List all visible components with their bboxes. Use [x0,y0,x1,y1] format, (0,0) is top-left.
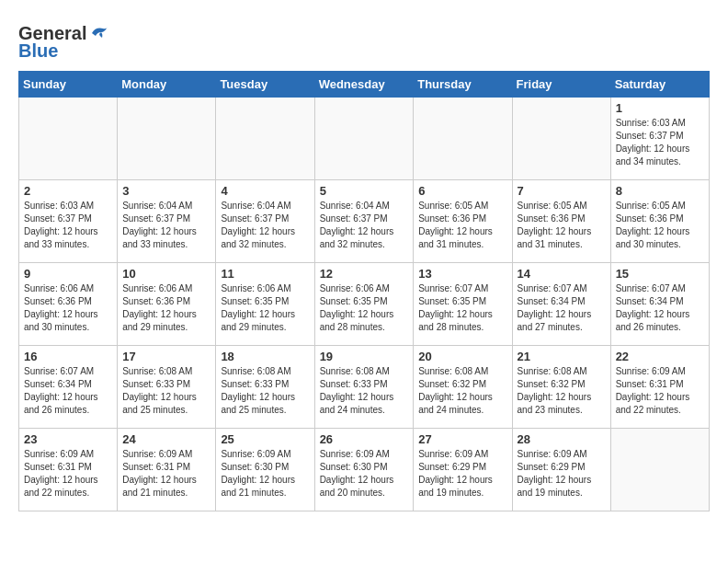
day-info: Sunrise: 6:08 AM Sunset: 6:33 PM Dayligh… [122,365,210,417]
weekday-header-thursday: Thursday [414,72,512,98]
day-number: 3 [122,184,210,198]
calendar-cell: 19Sunrise: 6:08 AM Sunset: 6:33 PM Dayli… [314,346,414,429]
page-header: General Blue [18,18,710,62]
day-info: Sunrise: 6:06 AM Sunset: 6:35 PM Dayligh… [221,282,309,334]
day-info: Sunrise: 6:07 AM Sunset: 6:34 PM Dayligh… [616,282,704,334]
calendar-cell: 4Sunrise: 6:04 AM Sunset: 6:37 PM Daylig… [216,180,314,263]
day-number: 11 [221,267,309,281]
calendar-cell: 12Sunrise: 6:06 AM Sunset: 6:35 PM Dayli… [314,263,414,346]
calendar-cell: 14Sunrise: 6:07 AM Sunset: 6:34 PM Dayli… [512,263,610,346]
day-number: 20 [418,350,506,363]
day-number: 25 [221,432,309,446]
calendar-cell: 1Sunrise: 6:03 AM Sunset: 6:37 PM Daylig… [610,98,709,180]
day-info: Sunrise: 6:04 AM Sunset: 6:37 PM Dayligh… [221,200,309,251]
weekday-header-wednesday: Wednesday [314,72,414,98]
weekday-header-saturday: Saturday [610,72,709,98]
day-info: Sunrise: 6:08 AM Sunset: 6:33 PM Dayligh… [320,365,409,417]
day-info: Sunrise: 6:07 AM Sunset: 6:34 PM Dayligh… [24,365,112,417]
day-info: Sunrise: 6:05 AM Sunset: 6:36 PM Dayligh… [418,200,506,251]
calendar-cell [414,98,512,180]
calendar-cell [118,98,216,180]
calendar-cell: 8Sunrise: 6:05 AM Sunset: 6:36 PM Daylig… [610,180,709,263]
day-info: Sunrise: 6:07 AM Sunset: 6:34 PM Dayligh… [518,282,606,334]
calendar-cell: 20Sunrise: 6:08 AM Sunset: 6:32 PM Dayli… [414,346,512,429]
day-info: Sunrise: 6:05 AM Sunset: 6:36 PM Dayligh… [518,200,606,251]
calendar-week-3: 16Sunrise: 6:07 AM Sunset: 6:34 PM Dayli… [19,346,710,429]
calendar-cell [19,98,118,180]
day-number: 9 [24,267,112,281]
calendar-cell: 28Sunrise: 6:09 AM Sunset: 6:29 PM Dayli… [512,429,610,511]
day-info: Sunrise: 6:08 AM Sunset: 6:32 PM Dayligh… [518,365,606,417]
day-info: Sunrise: 6:09 AM Sunset: 6:30 PM Dayligh… [320,448,409,500]
day-info: Sunrise: 6:09 AM Sunset: 6:30 PM Dayligh… [221,448,309,500]
day-number: 10 [122,267,210,281]
weekday-header-tuesday: Tuesday [216,72,314,98]
day-info: Sunrise: 6:08 AM Sunset: 6:33 PM Dayligh… [221,365,309,417]
calendar-cell: 10Sunrise: 6:06 AM Sunset: 6:36 PM Dayli… [118,263,216,346]
day-info: Sunrise: 6:04 AM Sunset: 6:37 PM Dayligh… [122,200,210,251]
calendar-cell: 15Sunrise: 6:07 AM Sunset: 6:34 PM Dayli… [610,263,709,346]
day-number: 23 [24,432,112,446]
calendar-week-1: 2Sunrise: 6:03 AM Sunset: 6:37 PM Daylig… [19,180,710,263]
calendar-cell: 11Sunrise: 6:06 AM Sunset: 6:35 PM Dayli… [216,263,314,346]
day-info: Sunrise: 6:09 AM Sunset: 6:29 PM Dayligh… [418,448,506,500]
day-info: Sunrise: 6:05 AM Sunset: 6:36 PM Dayligh… [616,200,704,251]
day-info: Sunrise: 6:06 AM Sunset: 6:36 PM Dayligh… [24,282,112,334]
day-info: Sunrise: 6:09 AM Sunset: 6:31 PM Dayligh… [616,365,704,417]
calendar-table: SundayMondayTuesdayWednesdayThursdayFrid… [18,71,710,511]
calendar-cell: 16Sunrise: 6:07 AM Sunset: 6:34 PM Dayli… [19,346,118,429]
calendar-week-0: 1Sunrise: 6:03 AM Sunset: 6:37 PM Daylig… [19,98,710,180]
day-number: 24 [122,432,210,446]
calendar-cell: 26Sunrise: 6:09 AM Sunset: 6:30 PM Dayli… [314,429,414,511]
day-number: 13 [418,267,506,281]
calendar-header-row: SundayMondayTuesdayWednesdayThursdayFrid… [19,72,710,98]
day-number: 27 [418,432,506,446]
weekday-header-sunday: Sunday [19,72,118,98]
day-number: 18 [221,350,309,363]
calendar-week-4: 23Sunrise: 6:09 AM Sunset: 6:31 PM Dayli… [19,429,710,511]
calendar-cell: 3Sunrise: 6:04 AM Sunset: 6:37 PM Daylig… [118,180,216,263]
calendar-cell: 27Sunrise: 6:09 AM Sunset: 6:29 PM Dayli… [414,429,512,511]
day-number: 2 [24,184,112,198]
day-info: Sunrise: 6:03 AM Sunset: 6:37 PM Dayligh… [24,200,112,251]
calendar-cell: 2Sunrise: 6:03 AM Sunset: 6:37 PM Daylig… [19,180,118,263]
calendar-cell: 5Sunrise: 6:04 AM Sunset: 6:37 PM Daylig… [314,180,414,263]
logo-bird-icon [88,25,108,41]
day-number: 17 [122,350,210,363]
calendar-cell: 7Sunrise: 6:05 AM Sunset: 6:36 PM Daylig… [512,180,610,263]
day-number: 6 [418,184,506,198]
day-number: 12 [320,267,409,281]
day-number: 16 [24,350,112,363]
day-info: Sunrise: 6:06 AM Sunset: 6:36 PM Dayligh… [122,282,210,334]
calendar-cell [216,98,314,180]
day-number: 1 [616,101,704,115]
calendar-cell: 13Sunrise: 6:07 AM Sunset: 6:35 PM Dayli… [414,263,512,346]
day-info: Sunrise: 6:09 AM Sunset: 6:29 PM Dayligh… [518,448,606,500]
day-info: Sunrise: 6:08 AM Sunset: 6:32 PM Dayligh… [418,365,506,417]
day-number: 26 [320,432,409,446]
weekday-header-friday: Friday [512,72,610,98]
calendar-week-2: 9Sunrise: 6:06 AM Sunset: 6:36 PM Daylig… [19,263,710,346]
calendar-cell: 21Sunrise: 6:08 AM Sunset: 6:32 PM Dayli… [512,346,610,429]
calendar-cell: 9Sunrise: 6:06 AM Sunset: 6:36 PM Daylig… [19,263,118,346]
calendar-cell: 24Sunrise: 6:09 AM Sunset: 6:31 PM Dayli… [118,429,216,511]
day-number: 22 [616,350,704,363]
weekday-header-monday: Monday [118,72,216,98]
calendar-cell [610,429,709,511]
day-number: 7 [518,184,606,198]
day-number: 28 [518,432,606,446]
day-info: Sunrise: 6:03 AM Sunset: 6:37 PM Dayligh… [616,117,704,168]
day-info: Sunrise: 6:07 AM Sunset: 6:35 PM Dayligh… [418,282,506,334]
calendar-cell: 23Sunrise: 6:09 AM Sunset: 6:31 PM Dayli… [19,429,118,511]
calendar-cell [314,98,414,180]
day-info: Sunrise: 6:06 AM Sunset: 6:35 PM Dayligh… [320,282,409,334]
calendar-cell: 6Sunrise: 6:05 AM Sunset: 6:36 PM Daylig… [414,180,512,263]
day-info: Sunrise: 6:09 AM Sunset: 6:31 PM Dayligh… [24,448,112,500]
day-info: Sunrise: 6:04 AM Sunset: 6:37 PM Dayligh… [320,200,409,251]
day-number: 14 [518,267,606,281]
calendar-cell [512,98,610,180]
day-number: 8 [616,184,704,198]
calendar-cell: 17Sunrise: 6:08 AM Sunset: 6:33 PM Dayli… [118,346,216,429]
calendar-cell: 18Sunrise: 6:08 AM Sunset: 6:33 PM Dayli… [216,346,314,429]
day-info: Sunrise: 6:09 AM Sunset: 6:31 PM Dayligh… [122,448,210,500]
